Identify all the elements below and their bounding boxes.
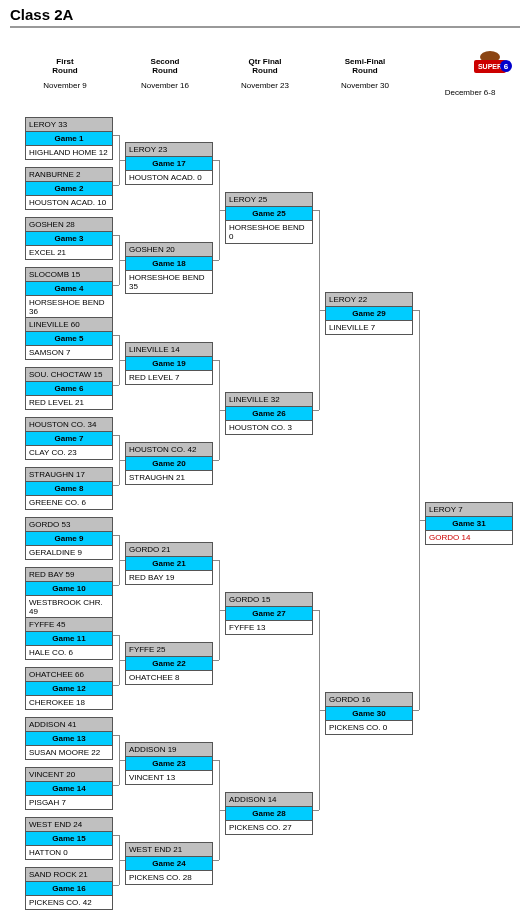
conn [113,385,119,386]
game-8: STRAUGHN 17Game 8GREENE CO. 6 [25,467,113,510]
game-25: LEROY 25Game 25HORSESHOE BEND 0 [225,192,313,244]
conn [419,310,420,710]
conn [119,760,125,761]
game-26: LINEVILLE 32Game 26HOUSTON CO. 3 [225,392,313,435]
game-31: LEROY 7Game 31GORDO 14 [425,502,513,545]
round-header-1: FirstRoundNovember 9 [25,57,105,90]
game-9: GORDO 53Game 9GERALDINE 9 [25,517,113,560]
round-header-2: SecondRoundNovember 16 [125,57,205,90]
conn [319,710,325,711]
game-22: FYFFE 25Game 22OHATCHEE 8 [125,642,213,685]
conn [213,860,219,861]
game-30: GORDO 16Game 30PICKENS CO. 0 [325,692,413,735]
game-10: RED BAY 59Game 10WESTBROOK CHR. 49 [25,567,113,619]
conn [213,460,219,461]
conn [313,410,319,411]
conn [113,285,119,286]
conn [119,360,125,361]
game-4: SLOCOMB 15Game 4HORSESHOE BEND 36 [25,267,113,319]
conn [113,885,119,886]
game-18: GOSHEN 20Game 18HORSESHOE BEND 35 [125,242,213,294]
game-6: SOU. CHOCTAW 15Game 6RED LEVEL 21 [25,367,113,410]
round-header-3: Qtr FinalRoundNovember 23 [225,57,305,90]
game-20: HOUSTON CO. 42Game 20STRAUGHN 21 [125,442,213,485]
conn [213,660,219,661]
conn [119,660,125,661]
svg-text:SUPER: SUPER [478,63,502,70]
game-21: GORDO 21Game 21RED BAY 19 [125,542,213,585]
game-3: GOSHEN 28Game 3EXCEL 21 [25,217,113,260]
conn [213,260,219,261]
conn [313,810,319,811]
conn [413,710,419,711]
conn [219,410,225,411]
game-19: LINEVILLE 14Game 19RED LEVEL 7 [125,342,213,385]
game-15: WEST END 24Game 15HATTON 0 [25,817,113,860]
game-13: ADDISON 41Game 13SUSAN MOORE 22 [25,717,113,760]
conn [113,785,119,786]
conn [119,860,125,861]
game-11: FYFFE 45Game 11HALE CO. 6 [25,617,113,660]
game-16: SAND ROCK 21Game 16PICKENS CO. 42 [25,867,113,910]
game-29: LEROY 22Game 29LINEVILLE 7 [325,292,413,335]
game-23: ADDISON 19Game 23VINCENT 13 [125,742,213,785]
game-14: VINCENT 20Game 14PISGAH 7 [25,767,113,810]
game-7: HOUSTON CO. 34Game 7CLAY CO. 23 [25,417,113,460]
conn [113,685,119,686]
conn [219,210,225,211]
conn [419,520,425,521]
conn [119,260,125,261]
conn [113,485,119,486]
game-2: RANBURNE 2Game 2HOUSTON ACAD. 10 [25,167,113,210]
conn [119,460,125,461]
game-27: GORDO 15Game 27FYFFE 13 [225,592,313,635]
conn [219,610,225,611]
bracket-container: SUPER6 FirstRoundNovember 9 SecondRoundN… [10,32,530,920]
conn [113,585,119,586]
round-header-4: Semi-FinalRoundNovember 30 [325,57,405,90]
bracket-title: Class 2A [0,0,530,26]
game-5: LINEVILLE 60Game 5SAMSON 7 [25,317,113,360]
super-6-logo: SUPER6 [468,50,512,76]
round-header-5: December 6-8 [430,82,510,97]
conn [113,185,119,186]
game-28: ADDISON 14Game 28PICKENS CO. 27 [225,792,313,835]
game-24: WEST END 21Game 24PICKENS CO. 28 [125,842,213,885]
title-rule [10,26,520,28]
game-1: LEROY 33Game 1HIGHLAND HOME 12 [25,117,113,160]
conn [119,160,125,161]
game-17: LEROY 23Game 17HOUSTON ACAD. 0 [125,142,213,185]
game-12: OHATCHEE 66Game 12CHEROKEE 18 [25,667,113,710]
conn [319,310,325,311]
conn [219,810,225,811]
svg-text:6: 6 [504,62,509,71]
conn [119,560,125,561]
